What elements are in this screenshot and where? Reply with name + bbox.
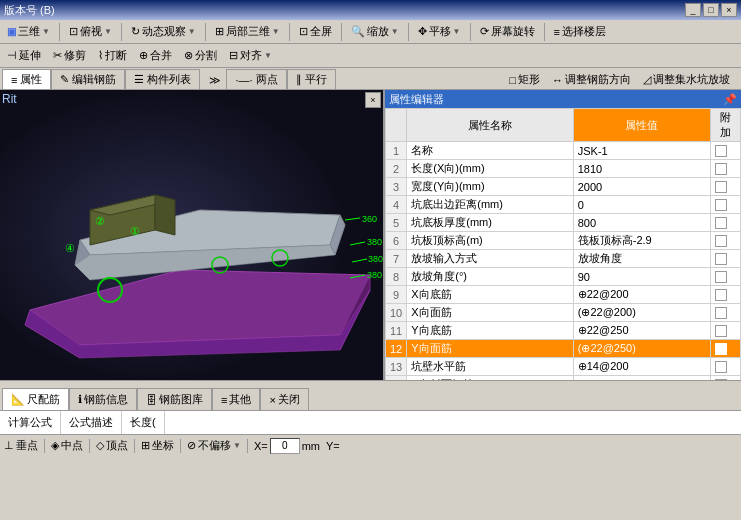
btn-orbit[interactable]: ↻ 动态观察 ▼ (126, 22, 201, 41)
table-row[interactable]: 2 长度(X向)(mm) 1810 (386, 160, 741, 178)
btn-slope[interactable]: ◿ 调整集水坑放坡 (638, 70, 735, 89)
checkbox[interactable] (715, 343, 727, 355)
btn-adjust-rebar[interactable]: ↔ 调整钢筋方向 (547, 70, 636, 89)
btn-fullscreen[interactable]: ⊡ 全屏 (294, 22, 337, 41)
checkbox-cell[interactable] (711, 196, 741, 214)
btn-rect[interactable]: □ 矩形 (504, 70, 545, 89)
table-row[interactable]: 5 坑底板厚度(mm) 800 (386, 214, 741, 232)
bottom-close-icon: × (269, 394, 275, 406)
checkbox-cell[interactable] (711, 376, 741, 381)
checkbox[interactable] (715, 361, 727, 373)
checkbox[interactable] (715, 325, 727, 337)
checkbox[interactable] (715, 289, 727, 301)
tab-twopoint[interactable]: ·—· 两点 (226, 69, 286, 89)
maximize-button[interactable]: □ (703, 3, 719, 17)
snap-vertex[interactable]: ◇ 顶点 (96, 438, 128, 453)
checkbox-cell[interactable] (711, 322, 741, 340)
checkbox-cell[interactable] (711, 250, 741, 268)
checkbox[interactable] (715, 379, 727, 381)
tab-properties[interactable]: ≡ 属性 (2, 69, 51, 89)
table-row[interactable]: 11 Y向底筋 ⊕22@250 (386, 322, 741, 340)
btn-pan[interactable]: ✥ 平移 ▼ (413, 22, 466, 41)
table-row[interactable]: 4 坑底出边距离(mm) 0 (386, 196, 741, 214)
checkbox[interactable] (715, 163, 727, 175)
checkbox[interactable] (715, 235, 727, 247)
tab-parallel[interactable]: ∥ 平行 (287, 69, 336, 89)
btn-extend[interactable]: ⊣ 延伸 (2, 46, 46, 65)
btn-local3d[interactable]: ⊞ 局部三维 ▼ (210, 22, 285, 41)
prop-value[interactable]: 放坡角度 (573, 250, 710, 268)
snap-perpendicular[interactable]: ⊥ 垂点 (4, 438, 38, 453)
table-row[interactable]: 8 放坡角度(°) 90 (386, 268, 741, 286)
viewport[interactable]: × (0, 90, 385, 380)
btn-topview[interactable]: ⊡ 俯视 ▼ (64, 22, 117, 41)
snap-midpoint[interactable]: ◈ 中点 (51, 438, 83, 453)
table-row[interactable]: 14 X向斜面钢筋 ⊕14@200 (386, 376, 741, 381)
table-container[interactable]: 属性名称 属性值 附加 1 名称 JSK-1 2 长度(X向)(mm) (385, 108, 741, 380)
prop-value[interactable]: 90 (573, 268, 710, 286)
prop-value[interactable]: ⊕14@200 (573, 358, 710, 376)
table-row[interactable]: 13 坑壁水平筋 ⊕14@200 (386, 358, 741, 376)
prop-value[interactable]: (⊕22@200) (573, 304, 710, 322)
x-input[interactable] (270, 438, 300, 454)
table-row[interactable]: 6 坑板顶标高(m) 筏板顶标高-2.9 (386, 232, 741, 250)
tab-edit-rebar[interactable]: ✎ 编辑钢筋 (51, 69, 125, 89)
btn-rotate[interactable]: ⟳ 屏幕旋转 (475, 22, 540, 41)
bottom-tab-dim[interactable]: 📐 尺配筋 (2, 388, 69, 410)
prop-value[interactable]: (⊕22@250) (573, 340, 710, 358)
checkbox-cell[interactable] (711, 232, 741, 250)
checkbox[interactable] (715, 253, 727, 265)
table-row[interactable]: 1 名称 JSK-1 (386, 142, 741, 160)
prop-value[interactable]: ⊕14@200 (573, 376, 710, 381)
btn-break[interactable]: ⌇ 打断 (93, 46, 132, 65)
bottom-tab-rebar-lib[interactable]: 🗄 钢筋图库 (137, 388, 212, 410)
checkbox-cell[interactable] (711, 286, 741, 304)
panel-pin-icon[interactable]: 📌 (723, 93, 737, 106)
bottom-tab-others[interactable]: ≡ 其他 (212, 388, 260, 410)
checkbox-cell[interactable] (711, 358, 741, 376)
prop-name: 坑底出边距离(mm) (407, 196, 574, 214)
table-row[interactable]: 7 放坡输入方式 放坡角度 (386, 250, 741, 268)
bottom-tab-rebar-info[interactable]: ℹ 钢筋信息 (69, 388, 137, 410)
btn-merge[interactable]: ⊕ 合并 (134, 46, 177, 65)
btn-floor[interactable]: ≡ 选择楼层 (549, 22, 611, 41)
prop-value[interactable]: ⊕22@250 (573, 322, 710, 340)
table-row-highlighted[interactable]: 12 Y向面筋 (⊕22@250) (386, 340, 741, 358)
prop-value[interactable]: ⊕22@200 (573, 286, 710, 304)
viewport-close-button[interactable]: × (365, 92, 381, 108)
checkbox-cell[interactable] (711, 178, 741, 196)
btn-align[interactable]: ⊟ 对齐 ▼ (224, 46, 277, 65)
checkbox-cell[interactable] (711, 304, 741, 322)
btn-zoom[interactable]: 🔍 缩放 ▼ (346, 22, 404, 41)
close-button[interactable]: × (721, 3, 737, 17)
checkbox-cell[interactable] (711, 214, 741, 232)
prop-value[interactable]: 800 (573, 214, 710, 232)
checkbox-cell[interactable] (711, 142, 741, 160)
checkbox[interactable] (715, 181, 727, 193)
btn-3d[interactable]: ▣ 三维 ▼ (2, 22, 55, 41)
checkbox-cell[interactable] (711, 268, 741, 286)
checkbox[interactable] (715, 307, 727, 319)
checkbox[interactable] (715, 271, 727, 283)
checkbox-cell[interactable] (711, 340, 741, 358)
prop-value[interactable]: 2000 (573, 178, 710, 196)
table-row[interactable]: 10 X向面筋 (⊕22@200) (386, 304, 741, 322)
snap-coord[interactable]: ⊞ 坐标 (141, 438, 174, 453)
prop-value[interactable]: JSK-1 (573, 142, 710, 160)
prop-value[interactable]: 筏板顶标高-2.9 (573, 232, 710, 250)
btn-trim[interactable]: ✂ 修剪 (48, 46, 91, 65)
prop-value[interactable]: 1810 (573, 160, 710, 178)
btn-split[interactable]: ⊗ 分割 (179, 46, 222, 65)
tab-component-list[interactable]: ☰ 构件列表 (125, 69, 200, 89)
checkbox-cell[interactable] (711, 160, 741, 178)
checkbox[interactable] (715, 217, 727, 229)
btn-more-tabs[interactable]: ≫ (204, 72, 226, 89)
minimize-button[interactable]: _ (685, 3, 701, 17)
checkbox[interactable] (715, 199, 727, 211)
table-row[interactable]: 3 宽度(Y向)(mm) 2000 (386, 178, 741, 196)
no-offset[interactable]: ⊘ 不偏移 ▼ (187, 438, 241, 453)
prop-value[interactable]: 0 (573, 196, 710, 214)
table-row[interactable]: 9 X向底筋 ⊕22@200 (386, 286, 741, 304)
checkbox[interactable] (715, 145, 727, 157)
bottom-tab-close[interactable]: × 关闭 (260, 388, 308, 410)
